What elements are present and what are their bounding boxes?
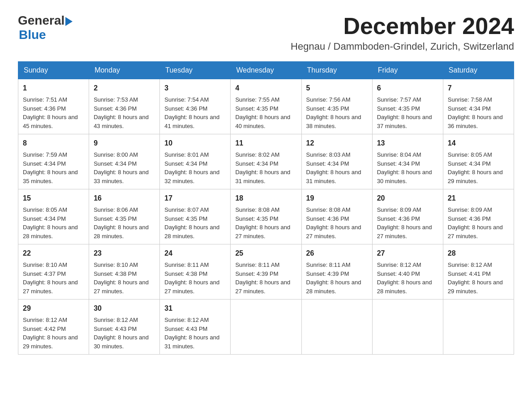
sunset-text: Sunset: 4:36 PM: [448, 215, 491, 222]
day-number: 5: [306, 83, 368, 94]
calendar-cell: 8Sunrise: 7:59 AMSunset: 4:34 PMDaylight…: [18, 134, 89, 189]
day-number: 15: [23, 193, 84, 204]
day-number: 14: [448, 138, 509, 149]
logo-blue-text: Blue: [19, 28, 46, 42]
day-number: 17: [164, 193, 226, 204]
sunrise-text: Sunrise: 8:09 AM: [377, 206, 421, 213]
calendar-cell: 29Sunrise: 8:12 AMSunset: 4:42 PMDayligh…: [18, 300, 89, 355]
sunset-text: Sunset: 4:36 PM: [94, 105, 137, 112]
daylight-text: Daylight: 8 hours and 27 minutes.: [164, 279, 219, 295]
day-number: 26: [306, 248, 368, 259]
calendar-cell: 31Sunrise: 8:12 AMSunset: 4:43 PMDayligh…: [160, 300, 231, 355]
daylight-text: Daylight: 8 hours and 32 minutes.: [164, 169, 219, 184]
calendar-cell: 19Sunrise: 8:08 AMSunset: 4:36 PMDayligh…: [301, 189, 372, 244]
sunrise-text: Sunrise: 8:08 AM: [306, 206, 351, 213]
day-number: 27: [377, 248, 438, 259]
daylight-text: Daylight: 8 hours and 28 minutes.: [23, 224, 78, 240]
sunrise-text: Sunrise: 8:12 AM: [377, 261, 421, 268]
sunset-text: Sunset: 4:41 PM: [448, 270, 491, 277]
daylight-text: Daylight: 8 hours and 31 minutes.: [164, 334, 219, 350]
daylight-text: Daylight: 8 hours and 35 minutes.: [23, 169, 78, 184]
calendar-cell: 2Sunrise: 7:53 AMSunset: 4:36 PMDaylight…: [89, 79, 160, 134]
daylight-text: Daylight: 8 hours and 29 minutes.: [23, 334, 78, 350]
calendar-cell: 30Sunrise: 8:12 AMSunset: 4:43 PMDayligh…: [89, 300, 160, 355]
sunset-text: Sunset: 4:35 PM: [306, 105, 349, 112]
sunset-text: Sunset: 4:43 PM: [164, 325, 207, 332]
sunset-text: Sunset: 4:39 PM: [306, 270, 349, 277]
day-number: 29: [23, 303, 84, 314]
calendar-cell: 14Sunrise: 8:05 AMSunset: 4:34 PMDayligh…: [443, 134, 514, 189]
calendar-cell: 1Sunrise: 7:51 AMSunset: 4:36 PMDaylight…: [18, 79, 89, 134]
day-number: 21: [448, 193, 509, 204]
day-number: 24: [164, 248, 226, 259]
daylight-text: Daylight: 8 hours and 38 minutes.: [306, 114, 361, 129]
day-number: 23: [94, 248, 155, 259]
day-number: 31: [164, 303, 226, 314]
sunrise-text: Sunrise: 8:12 AM: [94, 317, 138, 323]
daylight-text: Daylight: 8 hours and 41 minutes.: [164, 114, 219, 129]
calendar-cell: 10Sunrise: 8:01 AMSunset: 4:34 PMDayligh…: [160, 134, 231, 189]
sunrise-text: Sunrise: 8:11 AM: [235, 261, 279, 268]
day-number: 9: [94, 138, 155, 149]
day-number: 22: [23, 248, 84, 259]
day-header-saturday: Saturday: [443, 62, 514, 79]
calendar-cell: 21Sunrise: 8:09 AMSunset: 4:36 PMDayligh…: [443, 189, 514, 244]
calendar-cell: 6Sunrise: 7:57 AMSunset: 4:35 PMDaylight…: [372, 79, 443, 134]
sunset-text: Sunset: 4:34 PM: [448, 105, 491, 112]
sunrise-text: Sunrise: 7:59 AM: [23, 151, 67, 158]
daylight-text: Daylight: 8 hours and 27 minutes.: [377, 224, 432, 240]
day-number: 25: [235, 248, 296, 259]
day-header-friday: Friday: [372, 62, 443, 79]
sunset-text: Sunset: 4:38 PM: [94, 270, 137, 277]
sunset-text: Sunset: 4:37 PM: [23, 270, 66, 277]
location-title: Hegnau / Dammboden-Grindel, Zurich, Swit…: [291, 41, 514, 52]
sunrise-text: Sunrise: 8:05 AM: [23, 206, 67, 213]
daylight-text: Daylight: 8 hours and 27 minutes.: [235, 224, 290, 240]
calendar-week-row: 8Sunrise: 7:59 AMSunset: 4:34 PMDaylight…: [18, 134, 514, 189]
daylight-text: Daylight: 8 hours and 43 minutes.: [94, 114, 149, 129]
sunset-text: Sunset: 4:39 PM: [235, 270, 278, 277]
calendar-week-row: 1Sunrise: 7:51 AMSunset: 4:36 PMDaylight…: [18, 79, 514, 134]
sunset-text: Sunset: 4:40 PM: [377, 270, 420, 277]
daylight-text: Daylight: 8 hours and 29 minutes.: [448, 169, 503, 184]
calendar-cell: 13Sunrise: 8:04 AMSunset: 4:34 PMDayligh…: [372, 134, 443, 189]
calendar-cell: 16Sunrise: 8:06 AMSunset: 4:35 PMDayligh…: [89, 189, 160, 244]
daylight-text: Daylight: 8 hours and 27 minutes.: [306, 224, 361, 240]
day-number: 13: [377, 138, 438, 149]
logo: General Blue: [18, 13, 73, 42]
calendar-cell: 7Sunrise: 7:58 AMSunset: 4:34 PMDaylight…: [443, 79, 514, 134]
calendar-cell: 4Sunrise: 7:55 AMSunset: 4:35 PMDaylight…: [231, 79, 301, 134]
daylight-text: Daylight: 8 hours and 27 minutes.: [23, 279, 78, 295]
month-title: December 2024: [291, 13, 514, 39]
sunset-text: Sunset: 4:35 PM: [94, 215, 137, 222]
day-number: 2: [94, 83, 155, 94]
sunset-text: Sunset: 4:34 PM: [448, 160, 491, 167]
calendar-cell: 3Sunrise: 7:54 AMSunset: 4:36 PMDaylight…: [160, 79, 231, 134]
calendar-cell: 25Sunrise: 8:11 AMSunset: 4:39 PMDayligh…: [231, 244, 301, 300]
day-number: 28: [448, 248, 509, 259]
sunrise-text: Sunrise: 8:09 AM: [448, 206, 492, 213]
daylight-text: Daylight: 8 hours and 30 minutes.: [94, 334, 149, 350]
daylight-text: Daylight: 8 hours and 28 minutes.: [306, 279, 361, 295]
sunrise-text: Sunrise: 8:08 AM: [235, 206, 279, 213]
calendar-cell: 24Sunrise: 8:11 AMSunset: 4:38 PMDayligh…: [160, 244, 231, 300]
daylight-text: Daylight: 8 hours and 31 minutes.: [306, 169, 361, 184]
day-number: 3: [164, 83, 226, 94]
day-number: 7: [448, 83, 509, 94]
calendar-cell: [443, 300, 514, 355]
sunrise-text: Sunrise: 7:53 AM: [94, 96, 138, 103]
calendar-cell: 18Sunrise: 8:08 AMSunset: 4:35 PMDayligh…: [231, 189, 301, 244]
daylight-text: Daylight: 8 hours and 28 minutes.: [164, 224, 219, 240]
calendar-cell: 9Sunrise: 8:00 AMSunset: 4:34 PMDaylight…: [89, 134, 160, 189]
sunset-text: Sunset: 4:34 PM: [23, 215, 66, 222]
sunrise-text: Sunrise: 7:51 AM: [23, 96, 67, 103]
day-number: 12: [306, 138, 368, 149]
day-number: 18: [235, 193, 296, 204]
calendar-header-row: SundayMondayTuesdayWednesdayThursdayFrid…: [18, 62, 514, 79]
daylight-text: Daylight: 8 hours and 36 minutes.: [448, 114, 503, 129]
sunrise-text: Sunrise: 8:10 AM: [23, 261, 67, 268]
sunset-text: Sunset: 4:43 PM: [94, 325, 137, 332]
calendar-cell: [231, 300, 301, 355]
daylight-text: Daylight: 8 hours and 27 minutes.: [448, 224, 503, 240]
calendar-week-row: 29Sunrise: 8:12 AMSunset: 4:42 PMDayligh…: [18, 300, 514, 355]
